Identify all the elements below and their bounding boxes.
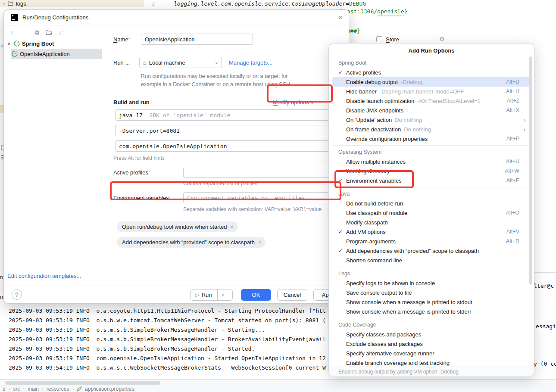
menu-item-show-console-when-a-message-is-printed-to-stderr[interactable]: Show console when a message is printed t… xyxy=(329,307,534,316)
menu-item-specify-classes-and-packages[interactable]: Specify classes and packages xyxy=(329,330,534,339)
run-target-select[interactable]: ⌂ Local machine ∨ xyxy=(139,57,222,68)
breadcrumb-item[interactable]: src xyxy=(13,386,20,392)
active-profiles-label: Active profiles: xyxy=(113,169,150,176)
menu-item-on-frame-deactivation[interactable]: On frame deactivationDo nothing› xyxy=(329,124,534,134)
vm-options-field[interactable]: -Dserver.port=8081▤ xyxy=(115,125,346,136)
run-button[interactable]: ▷Run∨ xyxy=(190,289,233,301)
menu-separator xyxy=(329,143,534,147)
menu-item-label: Add VM options xyxy=(346,229,386,235)
menu-item-label: On 'Update' action xyxy=(346,117,392,123)
menu-item-shortcut: Alt+W xyxy=(505,168,519,174)
popup-footer-hint: Enables debug output by adding VM option… xyxy=(329,367,534,376)
menu-section-spring-boot: Spring Boot xyxy=(329,58,534,68)
menu-item-label: Disable JMX endpoints xyxy=(346,107,403,114)
menu-item-hint: -Dspring.main.banner-mode=OFF xyxy=(380,88,464,95)
menu-item-shortcut: Alt+E xyxy=(506,177,519,184)
project-tree-row-logs[interactable]: > logs xyxy=(0,0,144,7)
menu-item-label: Enable branch coverage and test tracking xyxy=(346,360,450,366)
name-input[interactable]: OpenIsleApplication xyxy=(141,34,253,45)
active-profiles-input[interactable] xyxy=(183,167,340,178)
console-fragment: essagi xyxy=(536,323,556,330)
tree-expand-icon[interactable]: > xyxy=(3,1,5,6)
jdk-field[interactable]: java 17 SDK of 'openisle' module xyxy=(115,109,346,121)
menu-item-hide-banner[interactable]: Hide banner-Dspring.main.banner-mode=OFF… xyxy=(329,87,534,96)
menu-item-show-console-when-a-message-is-printed-to-stdout[interactable]: Show console when a message is printed t… xyxy=(329,297,534,307)
tree-item-openisleapplication[interactable]: OpenIsleApplication xyxy=(11,49,102,59)
add-configuration-button[interactable]: + xyxy=(8,29,16,36)
checkmark-icon: ✓ xyxy=(338,248,346,254)
menu-item-shortcut: Alt+P xyxy=(506,136,519,142)
menu-item-shortcut: Alt+X xyxy=(506,107,519,113)
menu-item-override-configuration-properties[interactable]: Override configuration propertiesAlt+P xyxy=(329,134,534,143)
menu-item-label: Override configuration properties xyxy=(346,136,428,142)
breadcrumb-item[interactable]: main xyxy=(28,386,39,392)
menu-item-use-classpath-of-module[interactable]: Use classpath of moduleAlt+O xyxy=(329,208,534,218)
tree-group-label: Spring Boot xyxy=(22,40,54,47)
menu-item-add-dependencies-with-provided-scope-to-classpath[interactable]: ✓Add dependencies with “provided” scope … xyxy=(329,246,534,255)
gutter-line-number: 3 xyxy=(152,1,155,7)
main-class-field[interactable]: com.openisle.OpenIsleApplication xyxy=(115,140,346,152)
menu-item-shortcut: Alt+D xyxy=(506,79,519,85)
remove-configuration-button[interactable]: − xyxy=(21,29,28,36)
new-folder-button[interactable] xyxy=(46,30,53,35)
menu-item-label: Specify alternative coverage runner xyxy=(346,350,434,357)
breadcrumb-item[interactable]: resources xyxy=(47,386,69,392)
manage-targets-link[interactable]: Manage targets... xyxy=(229,59,272,66)
copy-configuration-button[interactable]: ⧉ xyxy=(33,29,41,36)
configurations-list-panel: + − ⧉ az ∨ Spring Boot OpenIsleApplicati… xyxy=(4,26,108,286)
menu-item-allow-multiple-instances[interactable]: Allow multiple instancesAlt+U xyxy=(329,157,534,166)
remove-chip-icon[interactable]: × xyxy=(231,224,234,230)
menu-item-label: On frame deactivation xyxy=(346,126,401,133)
menu-item-modify-classpath[interactable]: Modify classpath xyxy=(329,218,534,227)
breadcrumb-separator: › xyxy=(72,386,74,392)
menu-item-hint: Do nothing xyxy=(395,117,422,123)
remove-chip-icon[interactable]: × xyxy=(258,239,262,246)
menu-item-label: Show console when a message is printed t… xyxy=(346,308,472,315)
horizontal-scrollbar[interactable] xyxy=(5,381,160,385)
cancel-button[interactable]: Cancel xyxy=(277,289,307,301)
menu-item-shortcut: Alt+U xyxy=(506,159,519,165)
breadcrumb-item[interactable]: d xyxy=(3,386,6,392)
edit-configuration-templates-link[interactable]: Edit configuration templates... xyxy=(7,273,81,279)
svg-text:z: z xyxy=(62,33,63,36)
menu-item-label: Use classpath of module xyxy=(346,210,407,216)
menu-item-save-console-output-to-file[interactable]: Save console output to file xyxy=(329,288,534,297)
popup-scrollbar[interactable] xyxy=(529,56,532,285)
menu-item-label: Add dependencies with “provided” scope t… xyxy=(346,248,479,254)
menu-item-active-profiles[interactable]: ✓Active profiles xyxy=(329,68,534,77)
menu-item-label: Active profiles xyxy=(346,69,381,76)
menu-item-on-update-action[interactable]: On 'Update' actionDo nothing› xyxy=(329,115,534,124)
tree-group-spring-boot[interactable]: ∨ Spring Boot xyxy=(4,38,108,49)
chevron-down-icon[interactable]: ∨ xyxy=(218,292,228,297)
menu-item-enable-branch-coverage-and-test-tracking[interactable]: Enable branch coverage and test tracking xyxy=(329,358,534,367)
menu-item-add-vm-options[interactable]: ✓Add VM optionsAlt+V xyxy=(329,227,534,236)
chevron-down-icon[interactable]: ∨ xyxy=(7,41,12,46)
menu-item-program-arguments[interactable]: Program argumentsAlt+R xyxy=(329,236,534,246)
menu-item-disable-launch-optimization[interactable]: Disable launch optimization-XX:TieredSto… xyxy=(329,96,534,106)
menu-item-disable-jmx-endpoints[interactable]: Disable JMX endpointsAlt+X xyxy=(329,106,534,115)
gear-icon[interactable]: ⚙ xyxy=(439,35,445,42)
menu-item-label: Allow multiple instances xyxy=(346,159,406,165)
ok-button[interactable]: OK xyxy=(241,289,271,301)
dialog-titlebar: Run/Debug Configurations xyxy=(4,10,349,25)
menu-section-logs: Logs xyxy=(329,269,534,278)
menu-item-hint: Do nothing xyxy=(404,126,431,133)
svg-text:a: a xyxy=(62,30,63,33)
menu-section-operating-system: Operating System xyxy=(329,147,534,157)
menu-item-specify-logs-to-be-shown-in-console[interactable]: Specify logs to be shown in console xyxy=(329,278,534,288)
name-label: Name: xyxy=(113,36,130,43)
menu-item-shortcut: Alt+V xyxy=(506,229,519,235)
tree-item-label: logs xyxy=(16,0,26,7)
sort-configurations-button[interactable]: az xyxy=(58,30,66,36)
menu-item-label: Specify logs to be shown in console xyxy=(346,280,435,286)
store-as-project-file-checkbox[interactable] xyxy=(376,36,382,42)
close-icon[interactable]: × xyxy=(338,13,343,22)
menu-item-specify-alternative-coverage-runner[interactable]: Specify alternative coverage runner xyxy=(329,348,534,358)
help-icon[interactable]: ? xyxy=(12,289,22,300)
menu-item-enable-debug-output[interactable]: Enable debug output-DdebugAlt+D xyxy=(329,77,534,87)
menu-item-do-not-build-before-run[interactable]: Do not build before run xyxy=(329,199,534,208)
menu-item-shorten-command-line[interactable]: Shorten command line xyxy=(329,255,534,265)
breadcrumb-item[interactable]: application.properties xyxy=(85,386,134,392)
menu-item-label: Save console output to file xyxy=(346,289,412,296)
menu-item-exclude-classes-and-packages[interactable]: Exclude classes and packages xyxy=(329,339,534,348)
